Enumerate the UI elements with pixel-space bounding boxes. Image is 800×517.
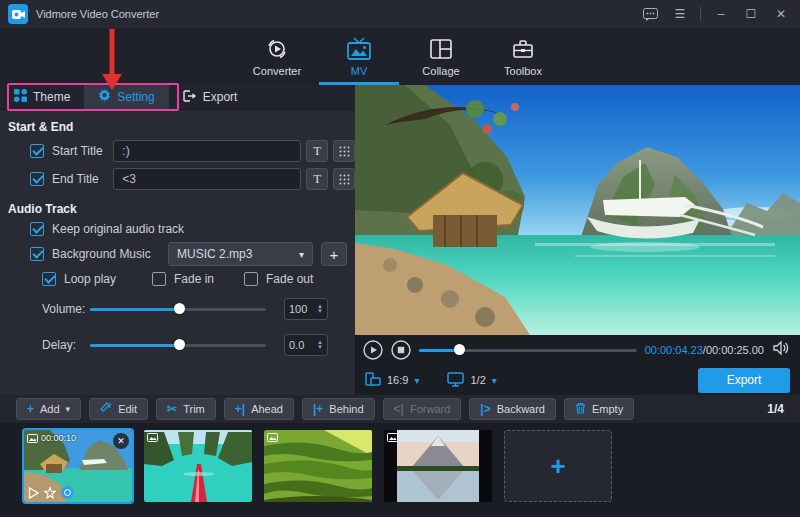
tab-theme-label: Theme <box>33 90 70 104</box>
screen-mode-value: 1/2 <box>470 374 485 386</box>
image-icon <box>387 433 398 442</box>
loop-play-checkbox[interactable] <box>42 272 56 286</box>
start-title-checkbox[interactable] <box>30 144 44 158</box>
add-button[interactable]: + Add ▾ <box>16 398 81 420</box>
background-music-dropdown[interactable]: MUSIC 2.mp3 ▾ <box>168 242 313 266</box>
fade-in-label: Fade in <box>174 272 244 286</box>
delay-value: 0.0 <box>289 339 304 351</box>
start-end-header: Start & End <box>8 120 355 134</box>
tab-mv[interactable]: MV <box>319 31 399 85</box>
fade-in-checkbox[interactable] <box>152 272 166 286</box>
delay-slider[interactable] <box>90 339 266 351</box>
image-icon <box>27 434 38 443</box>
clip-1-rotate-badge[interactable] <box>61 486 74 499</box>
volume-icon[interactable] <box>772 340 792 360</box>
background-music-checkbox[interactable] <box>30 247 44 261</box>
tab-collage-label: Collage <box>422 65 459 77</box>
mv-tv-icon <box>346 37 372 61</box>
timeline-clip-2[interactable] <box>144 430 252 502</box>
edit-button[interactable]: Edit <box>89 398 148 420</box>
tab-toolbox[interactable]: Toolbox <box>483 31 563 85</box>
fade-out-checkbox[interactable] <box>244 272 258 286</box>
backward-button[interactable]: |> Backward <box>469 398 556 420</box>
insert-behind-icon: |+ <box>313 402 323 416</box>
total-time: 00:00:25.00 <box>706 344 764 356</box>
volume-slider[interactable] <box>90 303 266 315</box>
timeline-clip-1[interactable]: 00:00:10 ✕ <box>24 430 132 502</box>
delay-spinner[interactable]: 0.0 ▲▼ <box>284 334 328 356</box>
timeline-clip-3[interactable] <box>264 430 372 502</box>
plus-icon: + <box>27 402 34 416</box>
tab-export[interactable]: Export <box>169 85 252 110</box>
theme-icon <box>14 89 27 105</box>
image-icon <box>147 433 158 442</box>
toolbox-icon <box>511 37 535 61</box>
tab-setting[interactable]: Setting <box>84 85 168 110</box>
maximize-button[interactable]: ☐ <box>738 3 764 25</box>
trim-button[interactable]: ✂ Trim <box>156 398 216 420</box>
clip-1-remove-icon[interactable]: ✕ <box>113 433 129 449</box>
volume-value: 100 <box>289 303 307 315</box>
trash-icon <box>575 402 586 417</box>
background-music-row: Background Music MUSIC 2.mp3 ▾ + <box>30 242 355 266</box>
clip-1-preview-icon[interactable] <box>28 487 39 499</box>
video-preview[interactable] <box>355 85 800 335</box>
tab-mv-label: MV <box>351 65 368 77</box>
clip-2-type-chip <box>147 433 158 442</box>
settings-panel: Theme Setting Export Start & End Start T… <box>0 85 355 395</box>
export-icon <box>183 90 197 105</box>
volume-row: Volume: 100 ▲▼ <box>42 298 355 320</box>
converter-icon <box>265 37 289 61</box>
preview-controls: 00:00:04.23/00:00:25.00 16:9 ▾ 1/2 ▾ <box>355 335 800 395</box>
main-nav: Converter MV Collage Toolbox <box>0 28 800 85</box>
start-title-font-button[interactable]: T <box>306 140 328 162</box>
tab-theme[interactable]: Theme <box>0 85 84 110</box>
stop-button[interactable] <box>391 340 411 360</box>
forward-button[interactable]: <| Forward <box>383 398 462 420</box>
minimize-button[interactable]: – <box>708 3 734 25</box>
end-title-input[interactable] <box>113 168 301 190</box>
add-clip-tile[interactable]: + <box>504 430 612 502</box>
spin-down-icon[interactable]: ▼ <box>317 345 323 350</box>
menu-icon[interactable]: ☰ <box>667 3 693 25</box>
timeline-clip-4[interactable] <box>384 430 492 502</box>
start-title-input[interactable] <box>113 140 301 162</box>
aspect-ratio-dropdown[interactable]: 16:9 ▾ <box>365 371 419 389</box>
clip-2-thumbnail-image <box>144 430 252 502</box>
spin-down-icon[interactable]: ▼ <box>317 309 323 314</box>
volume-spinner[interactable]: 100 ▲▼ <box>284 298 328 320</box>
end-title-checkbox[interactable] <box>30 172 44 186</box>
empty-button[interactable]: Empty <box>564 398 634 420</box>
keep-original-checkbox[interactable] <box>30 222 44 236</box>
move-backward-icon: |> <box>480 402 490 416</box>
close-button[interactable]: ✕ <box>768 3 794 25</box>
tab-toolbox-label: Toolbox <box>504 65 542 77</box>
window-title: Vidmore Video Converter <box>36 8 159 20</box>
image-icon <box>267 433 278 442</box>
clip-1-duration-chip: 00:00:10 <box>27 433 76 443</box>
app-logo-icon <box>8 4 28 24</box>
keep-original-row: Keep original audio track <box>30 222 355 236</box>
loop-play-label: Loop play <box>64 272 152 286</box>
plus-icon: + <box>550 451 565 482</box>
feedback-icon[interactable] <box>637 3 663 25</box>
start-title-row: Start Title T <box>30 140 355 162</box>
clip-1-effect-icon[interactable] <box>44 487 56 499</box>
behind-button[interactable]: |+ Behind <box>302 398 375 420</box>
screen-mode-icon <box>447 372 464 389</box>
export-button[interactable]: Export <box>698 368 790 393</box>
screen-mode-dropdown[interactable]: 1/2 ▾ <box>447 372 496 389</box>
tab-collage[interactable]: Collage <box>401 31 481 85</box>
tab-converter[interactable]: Converter <box>237 31 317 85</box>
timeline: 00:00:10 ✕ <box>0 423 800 517</box>
add-music-button[interactable]: + <box>321 242 347 266</box>
chevron-down-icon: ▾ <box>299 249 304 260</box>
ahead-button[interactable]: +| Ahead <box>224 398 294 420</box>
end-title-font-button[interactable]: T <box>306 168 328 190</box>
start-title-position-button[interactable] <box>333 140 355 162</box>
clip-3-type-chip <box>267 433 278 442</box>
playback-progress-slider[interactable] <box>419 344 637 356</box>
settings-tab-strip: Theme Setting Export <box>0 85 355 110</box>
end-title-position-button[interactable] <box>333 168 355 190</box>
play-button[interactable] <box>363 340 383 360</box>
